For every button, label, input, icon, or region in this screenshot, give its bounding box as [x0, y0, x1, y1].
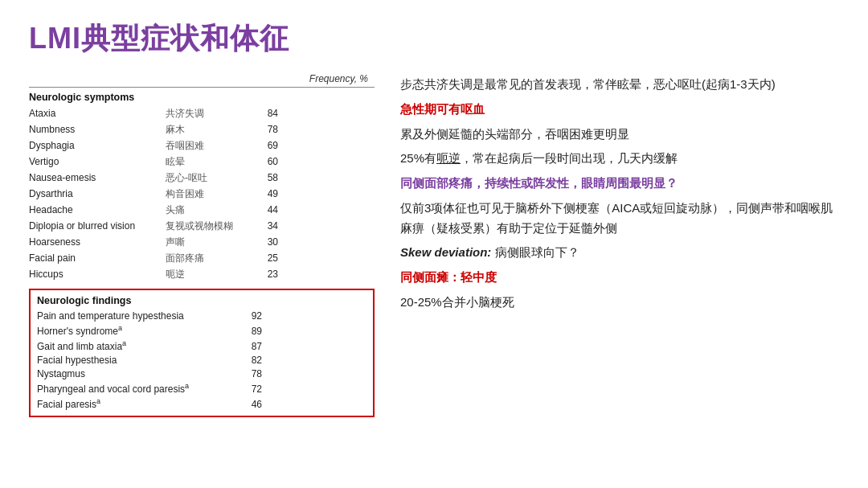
superscript-a: a	[118, 324, 122, 332]
list-item: Diplopia or blurred vision 复视或视物模糊 34	[29, 218, 375, 234]
sym-en: Vertigo	[29, 156, 166, 167]
page-title: LMI典型症状和体征	[29, 19, 839, 59]
text-content-8: 同侧面瘫：轻中度	[400, 270, 497, 284]
sym-en: Hiccups	[29, 269, 166, 280]
sym-zh: 恶心-呕吐	[166, 171, 246, 185]
text-content-4: 25%有呃逆，常在起病后一段时间出现，几天内缓解	[400, 151, 678, 165]
superscript-a: a	[122, 339, 126, 347]
text-block-6: 仅前3项体征也可见于脑桥外下侧梗塞（AICA或短回旋动脉），同侧声带和咽喉肌麻痹…	[400, 199, 839, 239]
list-item: Gait and limb ataxiaa 87	[37, 338, 366, 353]
table-header-row: Frequency, %	[29, 73, 375, 88]
list-item: Pain and temperature hypesthesia 92	[37, 309, 366, 322]
sym-zh: 共济失调	[166, 107, 246, 121]
sym-num: 58	[246, 172, 278, 183]
list-item: Facial paresisa 46	[37, 396, 366, 411]
superscript-a: a	[96, 397, 100, 405]
right-panel: 步态共济失调是最常见的首发表现，常伴眩晕，恶心呕吐(起病1-3天内) 急性期可有…	[400, 73, 839, 472]
sym-en: Hoarseness	[29, 236, 166, 248]
neurologic-findings-box: Neurologic findings Pain and temperature…	[29, 289, 375, 417]
sym-num: 44	[246, 204, 278, 215]
sym-zh: 麻木	[166, 123, 246, 137]
sym-num: 82	[230, 355, 262, 366]
sym-en: Dysarthria	[29, 188, 166, 199]
sym-num: 78	[230, 368, 262, 379]
sym-en: Dysphagia	[29, 140, 166, 151]
text-content-7b: 病侧眼球向下？	[495, 245, 579, 259]
superscript-a: a	[185, 382, 189, 390]
sym-zh: 声嘶	[166, 236, 246, 249]
text-block-7: Skew deviation: 病侧眼球向下？	[400, 243, 839, 263]
table-container: Frequency, % Neurologic symptoms Ataxia …	[29, 73, 375, 417]
text-content-3: 累及外侧延髓的头端部分，吞咽困难更明显	[400, 127, 629, 141]
text-block-5: 同侧面部疼痛，持续性或阵发性，眼睛周围最明显？	[400, 174, 839, 194]
list-item: Dysphagia 吞咽困难 69	[29, 137, 375, 154]
sym-num: 87	[230, 341, 262, 352]
sym-num: 34	[246, 220, 278, 232]
sym-num: 25	[246, 252, 278, 264]
text-block-2: 急性期可有呕血	[400, 100, 839, 120]
sym-zh: 呃逆	[166, 268, 246, 281]
list-item: Horner's syndromea 89	[37, 322, 366, 338]
sym-en: Horner's syndromea	[37, 324, 230, 337]
content-row: Frequency, % Neurologic symptoms Ataxia …	[29, 73, 839, 472]
list-item: Vertigo 眩晕 60	[29, 154, 375, 170]
list-item: Numbness 麻木 78	[29, 121, 375, 137]
list-item: Ataxia 共济失调 84	[29, 105, 375, 121]
sym-num: 46	[230, 399, 262, 410]
sym-en: Nausea-emesis	[29, 172, 166, 183]
sym-en: Ataxia	[29, 108, 166, 119]
text-content-2: 急性期可有呕血	[400, 102, 485, 116]
sym-zh: 眩晕	[166, 155, 246, 169]
text-content-9: 20-25%合并小脑梗死	[400, 295, 514, 309]
list-item: Facial pain 面部疼痛 25	[29, 250, 375, 266]
sym-en: Facial pain	[29, 252, 166, 264]
list-item: Facial hypesthesia 82	[37, 353, 366, 367]
sym-num: 78	[246, 124, 278, 135]
text-block-3: 累及外侧延髓的头端部分，吞咽困难更明显	[400, 125, 839, 145]
list-item: Headache 头痛 44	[29, 202, 375, 218]
sym-num: 23	[246, 269, 278, 280]
list-item: Pharyngeal and vocal cord paresisa 72	[37, 380, 366, 396]
sym-en: Gait and limb ataxiaa	[37, 339, 230, 352]
sym-en: Diplopia or blurred vision	[29, 220, 166, 232]
frequency-header: Frequency, %	[309, 73, 368, 84]
sym-num: 30	[246, 236, 278, 248]
page: LMI典型症状和体征 Frequency, % Neurologic sympt…	[0, 0, 868, 488]
sym-zh: 复视或视物模糊	[166, 219, 246, 233]
text-content-1: 步态共济失调是最常见的首发表现，常伴眩晕，恶心呕吐(起病1-3天内)	[400, 77, 776, 91]
list-item: Nausea-emesis 恶心-呕吐 58	[29, 170, 375, 186]
sym-zh: 头痛	[166, 203, 246, 217]
sym-zh: 面部疼痛	[166, 252, 246, 265]
list-item: Dysarthria 构音困难 49	[29, 186, 375, 202]
sym-en: Numbness	[29, 124, 166, 135]
text-block-8: 同侧面瘫：轻中度	[400, 268, 839, 288]
neurologic-findings-label: Neurologic findings	[37, 295, 366, 306]
sym-num: 72	[230, 383, 262, 395]
text-content-6: 仅前3项体征也可见于脑桥外下侧梗塞（AICA或短回旋动脉），同侧声带和咽喉肌麻痹…	[400, 201, 833, 235]
sym-en: Facial paresisa	[37, 397, 230, 410]
sym-en: Pain and temperature hypesthesia	[37, 310, 230, 322]
sym-num: 89	[230, 326, 262, 337]
text-block-1: 步态共济失调是最常见的首发表现，常伴眩晕，恶心呕吐(起病1-3天内)	[400, 75, 839, 95]
sym-num: 92	[230, 310, 262, 322]
sym-en: Pharyngeal and vocal cord paresisa	[37, 382, 230, 395]
neurologic-symptoms-label: Neurologic symptoms	[29, 92, 375, 103]
text-content-5: 同侧面部疼痛，持续性或阵发性，眼睛周围最明显？	[400, 176, 678, 190]
sym-num: 60	[246, 156, 278, 167]
list-item: Nystagmus 78	[37, 367, 366, 380]
text-block-9: 20-25%合并小脑梗死	[400, 293, 839, 313]
left-panel: Frequency, % Neurologic symptoms Ataxia …	[29, 73, 375, 472]
list-item: Hiccups 呃逆 23	[29, 266, 375, 282]
text-content-7: Skew deviation:	[400, 245, 495, 259]
sym-en: Headache	[29, 204, 166, 215]
sym-zh: 吞咽困难	[166, 139, 246, 153]
sym-num: 49	[246, 188, 278, 199]
sym-zh: 构音困难	[166, 187, 246, 201]
list-item: Hoarseness 声嘶 30	[29, 234, 375, 250]
sym-num: 69	[246, 140, 278, 151]
sym-en: Nystagmus	[37, 368, 230, 379]
text-block-4: 25%有呃逆，常在起病后一段时间出现，几天内缓解	[400, 149, 839, 169]
sym-en: Facial hypesthesia	[37, 355, 230, 366]
sym-num: 84	[246, 108, 278, 119]
